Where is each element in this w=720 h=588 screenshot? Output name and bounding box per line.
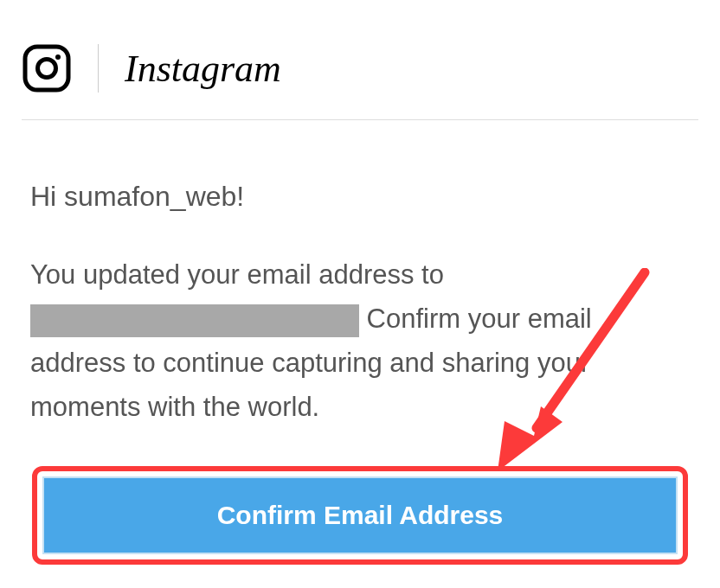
instagram-wordmark: Instagram [125, 47, 281, 91]
redacted-email [30, 304, 359, 337]
body-before: You updated your email address to [30, 259, 444, 290]
email-header: Instagram [0, 0, 720, 119]
svg-point-1 [38, 60, 56, 78]
instagram-icon [22, 43, 72, 93]
svg-point-2 [55, 54, 61, 60]
greeting-text: Hi sumafon_web! [30, 181, 690, 213]
body-text: You updated your email address to Confir… [30, 252, 690, 430]
email-content: Hi sumafon_web! You updated your email a… [0, 120, 720, 586]
svg-rect-0 [25, 47, 68, 90]
vertical-divider [98, 44, 99, 93]
confirm-email-button[interactable]: Confirm Email Address [42, 476, 678, 554]
highlight-box: Confirm Email Address [32, 466, 688, 565]
